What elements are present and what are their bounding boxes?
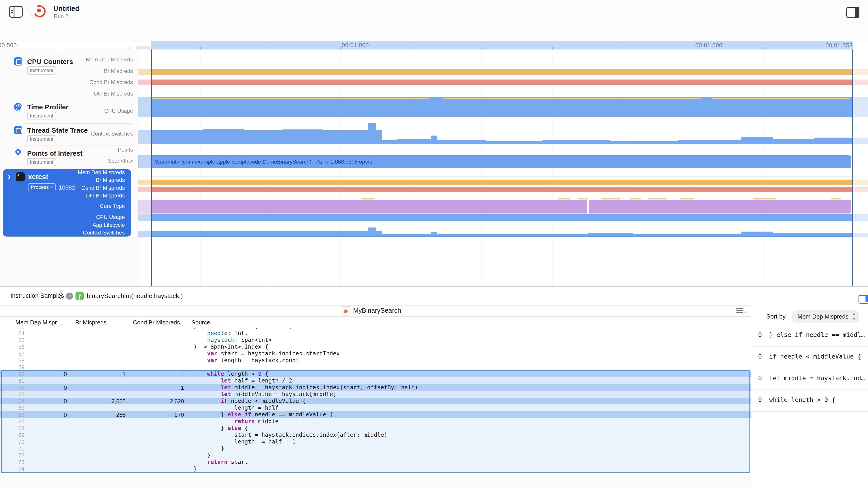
process-lane-label: Br Mispreds: [96, 177, 125, 183]
instrument-badge: Instrument: [27, 158, 56, 166]
line-number: 54: [7, 330, 24, 337]
table-column-header[interactable]: Mem Dep Mispr…Br MispredsCond Br Mispred…: [0, 316, 751, 328]
window-title: Untitled: [53, 4, 79, 13]
instruments-app-icon: [30, 2, 46, 18]
disclosure-chevron-icon[interactable]: ›: [8, 171, 11, 182]
process-lane-label: Core Type: [100, 203, 125, 209]
inspector-toggle-icon[interactable]: [859, 295, 868, 304]
swift-file-icon: [342, 306, 350, 317]
process-badge[interactable]: Process ˅: [28, 183, 56, 191]
unselected-left-overlay: [138, 50, 151, 287]
symbol-filter-clear-button[interactable]: ×: [66, 293, 73, 300]
column-divider[interactable]: [189, 318, 189, 327]
line-number: 58: [7, 357, 24, 364]
line-number: 59: [7, 364, 24, 370]
timeline-ruler[interactable]: 00.50000:01.00000:01.50000:01.753: [0, 41, 868, 50]
code-row[interactable]: 57 var start = haystack.indices.startInd…: [0, 350, 751, 357]
oth-br-mispreds-marks: [712, 98, 850, 99]
lane-label: Span<Int>: [108, 158, 133, 164]
source-file-header: MyBinarySearch ˅: [0, 306, 751, 316]
lane-label: Mem Dep Mispreds: [86, 57, 133, 63]
instrument-title[interactable]: Thread State Trace: [27, 127, 88, 134]
code-row[interactable]: 58 var length = haystack.count: [0, 357, 751, 364]
lane-label: Context Switches: [91, 131, 133, 137]
xctest-context-switches-histogram: [138, 231, 368, 237]
column-divider[interactable]: [72, 318, 72, 327]
thread-context-switches-histogram: [610, 141, 678, 144]
thread-context-switches-histogram: [773, 139, 814, 144]
line-number: 56: [7, 344, 24, 350]
thread-context-switches-histogram: [382, 140, 397, 144]
ruler-tick: [694, 47, 694, 50]
xctest-context-switches-histogram: [741, 232, 773, 237]
heaviest-line-item[interactable]: 0 while length > 0 {: [751, 390, 868, 412]
source-line: needle: Int,: [193, 330, 248, 337]
code-row[interactable]: 53private func binarySearchInt(: [0, 328, 751, 330]
thread-context-switches-histogram: [244, 130, 283, 144]
ruler-tick: [200, 47, 201, 50]
process-lane-label: App Lifecycle: [92, 222, 125, 228]
process-row-xctest[interactable]: ›>_xctestProcess ˅10382Mem Dep MispredsB…: [3, 169, 131, 236]
thread-context-switches-histogram: [368, 123, 376, 144]
source-line: private func binarySearchInt(: [193, 328, 292, 330]
source-line: var start = haystack.indices.startIndex: [193, 350, 340, 357]
code-row[interactable]: 56) -> Span<Int>.Index {: [0, 344, 751, 350]
toolbar: + Instrument Target CPUs ≡ ANY ATTRIBUTE…: [0, 23, 868, 41]
instrument-badge: Instrument: [27, 135, 56, 143]
thread-context-switches-histogram: [283, 129, 323, 144]
ruler-tick: [411, 47, 411, 50]
code-row[interactable]: 59: [0, 364, 751, 370]
stopwatch-icon: [14, 103, 22, 111]
detail-view-dropdown[interactable]: Instruction Samples: [10, 292, 64, 299]
view-options-icon[interactable]: ˅: [737, 308, 747, 315]
heaviest-line-item[interactable]: 0 if needle < middleValue {: [751, 346, 868, 368]
instrument-badge: Instrument: [27, 66, 56, 74]
column-header[interactable]: Source: [191, 319, 210, 326]
heaviest-lines-panel: Sort by Mem Dep Mispreds ˄˅ 0 } else if …: [751, 305, 868, 488]
sidebar-separator: [24, 100, 133, 100]
process-lane-label: Context Switches: [83, 230, 125, 236]
ruler-tick: [835, 47, 835, 50]
counters-br-mispreds-bar: [138, 69, 868, 75]
oth-br-mispreds-marks: [630, 198, 641, 199]
heaviest-line-item[interactable]: 0 } else if needle == middl…: [751, 324, 868, 347]
lane-label: Cond Br Mispreds: [90, 79, 133, 86]
column-header[interactable]: Mem Dep Mispr…: [16, 319, 63, 326]
column-divider[interactable]: [131, 318, 131, 327]
instrument-title[interactable]: CPU Counters: [27, 58, 73, 66]
thread-context-switches-histogram: [486, 141, 542, 144]
instrument-title[interactable]: Points of Interest: [27, 150, 83, 157]
source-line: haystack: Span<Int>: [193, 337, 272, 344]
heaviest-line-item[interactable]: 0 let middle = haystack.ind…: [751, 368, 868, 390]
lane-label: Oth Br Mispreds: [94, 91, 133, 97]
code-row[interactable]: 54 needle: Int,: [0, 330, 751, 337]
thread-context-switches-histogram: [397, 139, 431, 144]
sort-popup-button[interactable]: Mem Dep Mispreds ˄˅: [792, 311, 859, 323]
run-label: Run 2: [54, 13, 68, 20]
xctest-cpu-usage-bar: [138, 214, 868, 221]
selection-start-line[interactable]: [151, 50, 152, 287]
source-file-title: MyBinarySearch: [353, 307, 401, 314]
ruler-tick: [765, 47, 765, 50]
xctest-core-type-band-a: [138, 200, 587, 214]
sidebar-separator: [24, 123, 133, 124]
instrument-title[interactable]: Time Profiler: [27, 103, 68, 111]
thread-context-switches-histogram: [437, 140, 486, 144]
heaviest-line-text: 0 } else if needle == middl…: [758, 331, 865, 338]
map-pin-icon: [14, 149, 22, 157]
updown-chevrons-icon: ˄˅: [853, 312, 855, 321]
source-line: var length = haystack.count: [193, 357, 299, 364]
right-panel-toggle-icon[interactable]: [846, 7, 860, 18]
column-header[interactable]: Cond Br Mispreds: [133, 319, 180, 326]
code-row[interactable]: 55 haystack: Span<Int>: [0, 337, 751, 344]
filter-bar-divider: [65, 289, 65, 303]
selection-end-line[interactable]: [852, 50, 853, 287]
xctest-context-switches-histogram: [431, 232, 437, 237]
column-header[interactable]: Br Mispreds: [75, 319, 107, 326]
symbol-filter-chip[interactable]: binarySearchInt(needle:haystack:): [87, 292, 183, 300]
process-lane-label: Cond Br Mispreds: [81, 185, 125, 191]
source-code-table[interactable]: 53private func binarySearchInt(54 needle…: [0, 328, 751, 475]
ruler-tick: [623, 47, 623, 50]
sidebar-toggle-icon[interactable]: [9, 6, 23, 18]
track-area[interactable]: Span<Int> (com.example.apple-samplecode.…: [138, 50, 868, 287]
